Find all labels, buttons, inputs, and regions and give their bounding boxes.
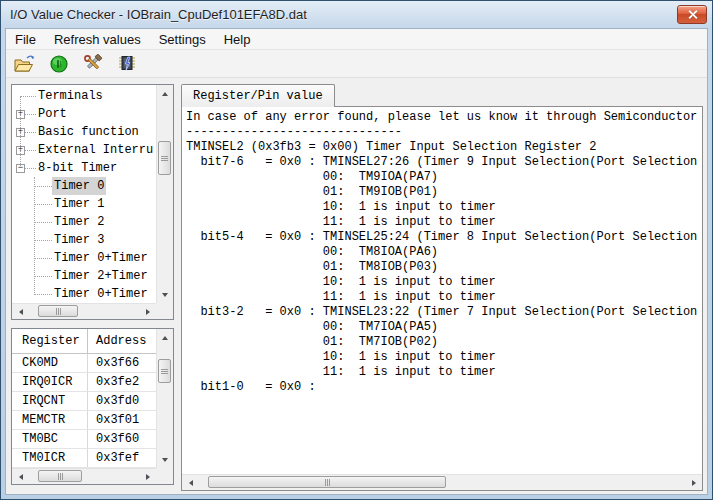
tree-item-label: Timer 0+Timer [52, 285, 150, 303]
tree-item-port[interactable]: +Port [12, 105, 156, 123]
open-file-icon [14, 54, 36, 74]
table-row[interactable]: TM0BC0x3f60 [12, 430, 156, 449]
menu-file[interactable]: File [6, 30, 45, 49]
menubar: File Refresh values Settings Help [6, 29, 707, 50]
tree-guide-children [34, 177, 35, 293]
function-tree: Terminals+Port+Basic function+External I… [12, 85, 156, 303]
tree-item-label: Port [36, 105, 69, 123]
register-address-cell: 0x3fef [88, 449, 156, 467]
refresh-values-icon [49, 54, 69, 74]
window-title: I/O Value Checker - IOBrain_CpuDef101EFA… [10, 7, 307, 22]
tree-item-terminals[interactable]: Terminals [12, 87, 156, 105]
refresh-values-button[interactable] [46, 52, 72, 76]
client-area: File Refresh values Settings Help [5, 28, 708, 495]
register-name-cell: CK0MD [12, 354, 88, 372]
table-row[interactable]: TM0ICR0x3fef [12, 449, 156, 468]
tree-item-label: 8-bit Timer [36, 159, 119, 177]
tree-guide-root [20, 96, 21, 166]
scroll-left-button[interactable] [182, 475, 198, 490]
tree-item-label: Timer 0+Timer [52, 249, 150, 267]
tree-item-label: Timer 2+Timer [52, 267, 150, 285]
column-header-address: Address [88, 329, 156, 353]
scroll-thumb[interactable] [208, 476, 446, 488]
scroll-left-button[interactable] [12, 469, 28, 484]
scroll-right-button[interactable] [140, 304, 156, 319]
register-table-panel: Register Address CK0MD0x3f66IRQ0ICR0x3fe… [11, 328, 174, 485]
scroll-down-button[interactable] [157, 452, 173, 468]
tree-item-external-interru[interactable]: +External Interru [12, 141, 156, 159]
scroll-right-button[interactable] [686, 475, 702, 490]
tree-item-basic-function[interactable]: +Basic function [12, 123, 156, 141]
table-row[interactable]: CK0MD0x3f66 [12, 354, 156, 373]
register-address-cell: 0x3fd0 [88, 392, 156, 410]
content-region: Terminals+Port+Basic function+External I… [6, 79, 707, 494]
scroll-left-button[interactable] [12, 304, 28, 319]
register-address-cell: 0x3f66 [88, 354, 156, 372]
tree-item-label: Terminals [36, 87, 105, 105]
scroll-right-button[interactable] [140, 469, 156, 484]
tree-item-label: Timer 3 [52, 231, 106, 249]
tools-settings-icon [83, 54, 103, 74]
table-row[interactable]: MEMCTR0x3f01 [12, 411, 156, 430]
register-address-cell: 0x3f01 [88, 411, 156, 429]
app-window: I/O Value Checker - IOBrain_CpuDef101EFA… [0, 0, 713, 500]
detail-horizontal-scrollbar[interactable] [182, 474, 702, 490]
tab-register-pin-value[interactable]: Register/Pin value [181, 84, 335, 107]
register-name-cell: MEMCTR [12, 411, 88, 429]
tree-vertical-scrollbar[interactable] [156, 85, 173, 303]
toolbar [6, 50, 707, 78]
scroll-thumb[interactable] [158, 359, 171, 383]
detail-pane: In case of any error found, please let u… [181, 106, 703, 491]
register-name-cell: IRQ0ICR [12, 373, 88, 391]
table-row[interactable]: IRQCNT0x3fd0 [12, 392, 156, 411]
register-table: Register Address CK0MD0x3f66IRQ0ICR0x3fe… [12, 329, 156, 468]
register-address-cell: 0x3f60 [88, 430, 156, 448]
table-vertical-scrollbar[interactable] [156, 329, 173, 468]
close-button[interactable] [677, 5, 707, 24]
menu-refresh-values[interactable]: Refresh values [45, 30, 150, 49]
table-header-row: Register Address [12, 329, 156, 354]
scrollbar-corner [156, 468, 173, 484]
titlebar[interactable]: I/O Value Checker - IOBrain_CpuDef101EFA… [1, 1, 712, 27]
scroll-thumb[interactable] [38, 305, 78, 317]
settings-button[interactable] [80, 52, 106, 76]
tree-item-8-bit-timer[interactable]: −8-bit Timer [12, 159, 156, 177]
open-file-button[interactable] [12, 52, 38, 76]
table-body: CK0MD0x3f66IRQ0ICR0x3fe2IRQCNT0x3fd0MEMC… [12, 354, 156, 468]
register-name-cell: TM0BC [12, 430, 88, 448]
scroll-up-button[interactable] [157, 329, 173, 345]
scrollbar-corner [156, 303, 173, 319]
scroll-thumb[interactable] [38, 470, 82, 482]
tree-item-label: Timer 2 [52, 213, 106, 231]
tree-item-label: External Interru [36, 141, 155, 159]
column-header-register: Register [12, 329, 88, 353]
table-horizontal-scrollbar[interactable] [12, 468, 156, 484]
register-name-cell: TM0ICR [12, 449, 88, 467]
menu-help[interactable]: Help [215, 30, 260, 49]
scroll-thumb[interactable] [158, 141, 171, 175]
scroll-up-button[interactable] [157, 85, 173, 101]
register-name-cell: IRQCNT [12, 392, 88, 410]
close-icon [688, 10, 697, 19]
tree-item-label: Timer 1 [52, 195, 106, 213]
menu-settings[interactable]: Settings [150, 30, 215, 49]
tree-item-label: Basic function [36, 123, 141, 141]
register-detail-text: In case of any error found, please let u… [182, 107, 702, 395]
tree-item-label: Timer 0 [52, 177, 106, 195]
tree-horizontal-scrollbar[interactable] [12, 303, 156, 319]
scroll-down-button[interactable] [157, 287, 173, 303]
register-address-cell: 0x3fe2 [88, 373, 156, 391]
function-tree-panel: Terminals+Port+Basic function+External I… [11, 84, 174, 320]
table-row[interactable]: IRQ0ICR0x3fe2 [12, 373, 156, 392]
tab-label: Register/Pin value [193, 89, 323, 103]
about-device-button[interactable] [114, 52, 140, 76]
chip-info-icon [117, 54, 137, 74]
